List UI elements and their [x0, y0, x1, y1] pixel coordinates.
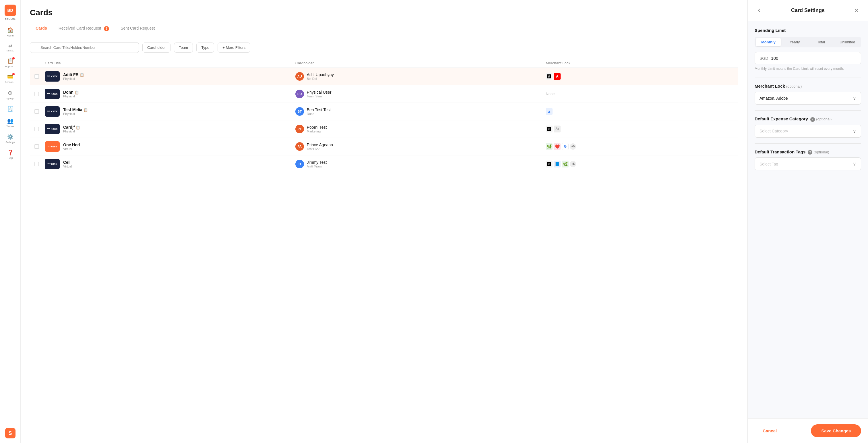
type-filter[interactable]: Type: [196, 42, 214, 53]
row2-checkbox[interactable]: [34, 92, 39, 96]
row6-checkbox[interactable]: [34, 162, 39, 166]
filters-row: 🔍 Cardholder Team Type + More Filters: [30, 42, 738, 53]
sidebar-label-approvals: Approv...: [5, 65, 15, 68]
sidebar-item-settings[interactable]: ⚙️ Settings: [0, 131, 20, 146]
heart-icon: ❤️: [554, 143, 561, 150]
transaction-tags-section: Default Transaction Tags ? (optional) Se…: [755, 149, 861, 171]
sidebar-item-transactions[interactable]: ⇄ Transa...: [0, 40, 20, 54]
search-wrapper: 🔍: [30, 42, 139, 53]
sidebar-item-home[interactable]: 🏠 Home: [0, 25, 20, 39]
row5-avatar: PA: [296, 142, 304, 151]
row4-card-info: *** XXXX Cardjf 📋 Physical: [45, 124, 296, 134]
sidebar-item-accounts[interactable]: 💳 Accoun...: [0, 71, 20, 86]
row1-cardholder-name: Aditi Upadhyay: [307, 72, 334, 77]
row6-card-type: Virtual: [63, 165, 72, 168]
row6-card-info: *** 8195 Cell Virtual: [45, 159, 296, 169]
more-filters-button[interactable]: + More Filters: [218, 42, 250, 53]
sidebar-item-help[interactable]: ❓ Help: [0, 147, 20, 162]
tab-cards[interactable]: Cards: [30, 23, 53, 35]
team-filter[interactable]: Team: [174, 42, 193, 53]
cancel-button[interactable]: Cancel: [755, 425, 785, 437]
transaction-tags-dropdown[interactable]: Select Tag ∨: [755, 157, 861, 170]
table-row[interactable]: *** 6565 One Hod Virtual PA Prince Ageao…: [30, 138, 738, 155]
row1-card-type: Physical: [63, 77, 84, 81]
save-changes-button[interactable]: Save Changes: [811, 424, 861, 437]
expense-category-info-icon[interactable]: i: [810, 117, 815, 122]
accounts-badge-wrapper: 💳: [7, 73, 13, 80]
sidebar-label-home: Home: [7, 34, 13, 37]
sidebar-label-transactions: Transa...: [5, 49, 15, 52]
help-icon: ❓: [7, 149, 13, 156]
received-badge: 2: [104, 26, 109, 31]
row1-checkbox[interactable]: [34, 74, 39, 79]
merchant-lock-label: Merchant Lock (optional): [755, 84, 802, 88]
row1-cardholder-text: Aditi Upadhyay Bel Del: [307, 72, 334, 81]
row2-avatar: PU: [296, 90, 304, 98]
row3-checkbox[interactable]: [34, 109, 39, 114]
row3-merchants: ▲: [546, 108, 734, 115]
row6-card-chip: *** 8195: [45, 159, 60, 169]
row4-cardholder: PT Poorni Test Marketing: [296, 125, 546, 133]
sidebar-item-teams[interactable]: 👥 Teams: [0, 116, 20, 130]
panel-close-button[interactable]: [852, 6, 861, 15]
teams-icon: 👥: [7, 118, 13, 124]
sidebar-item-bills[interactable]: 🧾: [0, 104, 20, 114]
main-content: Cards Cards Received Card Request 2 Sent…: [21, 0, 747, 443]
divider1: [755, 78, 861, 78]
row4-avatar: PT: [296, 125, 304, 133]
transaction-tags-info-icon[interactable]: ?: [808, 150, 812, 154]
plus5-badge: +5: [570, 143, 576, 150]
row5-checkbox[interactable]: [34, 144, 39, 149]
amount-input[interactable]: [771, 56, 856, 61]
row2-card-text: Donn 📋 Physical: [63, 90, 79, 98]
sidebar-avatar[interactable]: BD: [5, 5, 16, 16]
row5-card-info: *** 6565 One Hod Virtual: [45, 141, 296, 152]
expense-category-dropdown[interactable]: Select Category ∨: [755, 125, 861, 138]
row4-card-chip: *** XXXX: [45, 124, 60, 134]
table-row[interactable]: *** XXXX Aditi FB 📋 Physical AU Aditi Up…: [30, 68, 738, 85]
cardholder-filter[interactable]: Cardholder: [143, 42, 170, 53]
approvals-badge-wrapper: 📋: [7, 58, 13, 64]
search-input[interactable]: [30, 42, 139, 53]
row6-cardholder-text: Jimmy Test Anitt Team: [307, 160, 327, 168]
sidebar-item-topup[interactable]: ⊕ Top Up ": [0, 87, 20, 102]
merchant-lock-optional: (optional): [786, 84, 802, 88]
row4-checkbox[interactable]: [34, 127, 39, 131]
table-row[interactable]: *** XXXX Test Melia 📋 Physical BT Ben Te…: [30, 103, 738, 120]
amount-input-row[interactable]: SGD: [755, 52, 861, 64]
atlas-icon: ▲: [546, 108, 553, 115]
row5-cardholder-name: Prince Ageaon: [307, 143, 333, 147]
row5-merchants: 🌿 ❤️ G +5: [546, 143, 734, 150]
merchant-lock-section: Merchant Lock (optional) Amazon, Adobe ∨: [755, 84, 861, 105]
transaction-tags-label: Default Transaction Tags ? (optional): [755, 149, 829, 155]
sidebar-company: BEL DEL: [5, 17, 16, 20]
tab-received[interactable]: Received Card Request 2: [53, 23, 115, 35]
row1-card-name: Aditi FB 📋: [63, 72, 84, 77]
tab-sent[interactable]: Sent Card Request: [115, 23, 160, 35]
sidebar: BD BEL DEL 🏠 Home ⇄ Transa... 📋 Approv..…: [0, 0, 21, 443]
table-row[interactable]: *** 8195 Cell Virtual JT Jimmy Test Anit…: [30, 155, 738, 173]
table-row[interactable]: *** XXXX Cardjf 📋 Physical PT Poorni Tes…: [30, 120, 738, 138]
row2-merchants: None: [546, 92, 734, 96]
merchant-lock-dropdown[interactable]: Amazon, Adobe ∨: [755, 92, 861, 105]
panel-title: Card Settings: [791, 7, 825, 13]
header-merchant-lock: Merchant Lock: [546, 61, 734, 65]
sidebar-label-accounts: Accoun...: [5, 81, 16, 84]
row3-card-name: Test Melia 📋: [63, 108, 88, 112]
limit-tab-yearly[interactable]: Yearly: [782, 38, 807, 46]
row4-team: Marketing: [307, 129, 327, 133]
row1-team: Bel Del: [307, 77, 334, 81]
currency-label: SGD: [760, 56, 768, 61]
limit-tab-total[interactable]: Total: [809, 38, 834, 46]
table-row[interactable]: *** XXXX Donn 📋 Physical PU Physical Use…: [30, 85, 738, 103]
expense-category-section: Default Expense Category i (optional) Se…: [755, 116, 861, 138]
limit-tab-monthly[interactable]: Monthly: [756, 38, 781, 46]
panel-back-button[interactable]: [755, 6, 764, 15]
approvals-badge-dot: [12, 57, 14, 59]
acra-icon: Ac: [554, 125, 561, 132]
panel-body: Spending Limit Monthly Yearly Total Unli…: [748, 21, 868, 418]
sidebar-label-teams: Teams: [6, 125, 14, 128]
sidebar-item-approvals[interactable]: 📋 Approv...: [0, 55, 20, 70]
row4-cardholder-name: Poorni Test: [307, 125, 327, 129]
limit-tab-unlimited[interactable]: Unlimited: [835, 38, 860, 46]
